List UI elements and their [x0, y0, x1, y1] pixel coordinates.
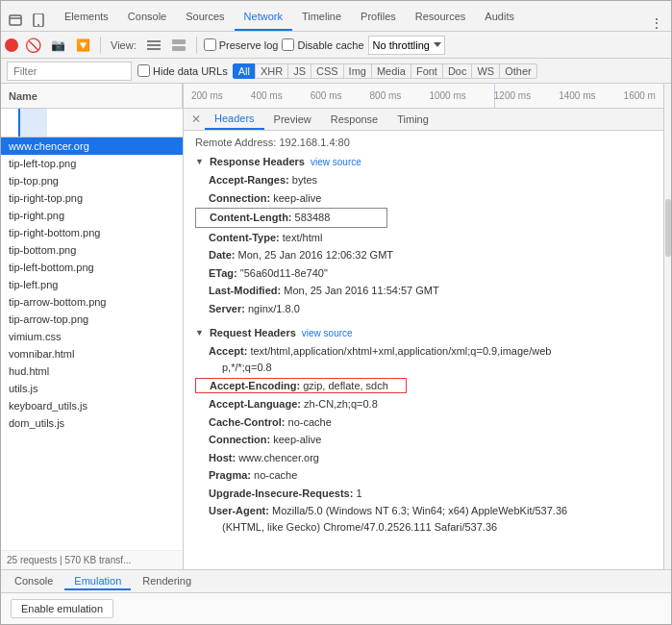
filter-button[interactable]: 🔽: [72, 35, 93, 56]
tick-400: 400 ms: [251, 90, 283, 101]
filter-font[interactable]: Font: [411, 63, 443, 79]
resp-header-server: Server: nginx/1.8.0: [195, 300, 652, 318]
preserve-log-checkbox[interactable]: [204, 38, 216, 51]
file-item-7[interactable]: tip-left-bottom.png: [1, 259, 183, 276]
file-list-footer: 25 requests | 570 KB transf...: [1, 550, 183, 569]
headers-tabs-bar: ✕ Headers Preview Response Timing: [184, 109, 663, 131]
bottom-tab-emulation[interactable]: Emulation: [64, 573, 131, 590]
tick-600: 600 ms: [311, 90, 342, 101]
clear-button[interactable]: 🚫: [22, 35, 43, 56]
close-panel-btn[interactable]: ✕: [187, 109, 205, 130]
tab-sources[interactable]: Sources: [176, 4, 234, 31]
emulation-panel: Enable emulation: [1, 592, 671, 624]
svg-rect-0: [10, 15, 21, 25]
file-item-3[interactable]: tip-right-top.png: [1, 189, 183, 207]
request-headers-section: ▼ Request Headers view source: [195, 327, 652, 338]
filter-input[interactable]: [7, 62, 132, 81]
hide-data-urls-checkbox[interactable]: [137, 64, 150, 77]
filter-js[interactable]: JS: [287, 63, 311, 79]
file-item-16[interactable]: dom_utils.js: [1, 414, 183, 432]
file-item-15[interactable]: keyboard_utils.js: [1, 397, 183, 414]
throttle-select[interactable]: No throttling: [368, 36, 445, 55]
resp-header-accept-ranges: Accept-Ranges: bytes: [195, 171, 652, 189]
file-list-scroll[interactable]: www.chencer.org tip-left-top.png tip-top…: [1, 138, 183, 550]
tab-console[interactable]: Console: [118, 4, 176, 31]
view-list-icon[interactable]: [143, 35, 164, 56]
preserve-log-checkbox-group[interactable]: Preserve log: [204, 38, 279, 51]
bottom-tab-rendering[interactable]: Rendering: [133, 573, 201, 590]
disable-cache-checkbox-group[interactable]: Disable cache: [282, 38, 363, 51]
bottom-tab-bar: Console Emulation Rendering: [1, 569, 671, 592]
request-headers-label: Request Headers: [210, 327, 296, 338]
filter-doc[interactable]: Doc: [442, 63, 473, 79]
headers-content[interactable]: Remote Address: 192.168.1.4:80 ▼ Respons…: [184, 131, 663, 569]
resp-header-connection: Connection: keep-alive: [195, 189, 652, 208]
filter-css[interactable]: CSS: [311, 63, 344, 79]
name-column-header: Name: [1, 84, 183, 108]
filter-xhr[interactable]: XHR: [255, 63, 288, 79]
filter-media[interactable]: Media: [371, 63, 411, 79]
tab-profiles[interactable]: Profiles: [351, 4, 406, 31]
resp-header-content-type: Content-Type: text/html: [195, 229, 652, 247]
remote-address: Remote Address: 192.168.1.4:80: [195, 137, 652, 148]
tab-audits[interactable]: Audits: [475, 4, 524, 31]
mobile-icon[interactable]: [28, 10, 49, 31]
file-item-6[interactable]: tip-bottom.png: [1, 241, 183, 259]
view-large-icon[interactable]: [168, 35, 189, 56]
request-triangle-icon: ▼: [195, 328, 204, 338]
tabs-more-btn[interactable]: ⋮: [646, 15, 667, 31]
tick-1600: 1600 m: [624, 90, 656, 101]
req-header-host: Host: www.chencer.org: [195, 449, 652, 467]
disable-cache-checkbox[interactable]: [282, 38, 294, 51]
file-item-13[interactable]: hud.html: [1, 362, 183, 380]
bottom-tab-console[interactable]: Console: [5, 573, 62, 590]
tab-timing[interactable]: Timing: [387, 109, 438, 130]
file-item-4[interactable]: tip-right.png: [1, 207, 183, 224]
response-triangle-icon: ▼: [195, 157, 204, 166]
file-item-0[interactable]: www.chencer.org: [1, 138, 183, 155]
right-scrollbar-area: [663, 84, 671, 569]
file-item-9[interactable]: tip-arrow-bottom.png: [1, 293, 183, 311]
camera-button[interactable]: 📷: [47, 35, 68, 56]
tick-1400: 1400 ms: [559, 90, 595, 101]
enable-emulation-button[interactable]: Enable emulation: [11, 599, 113, 618]
file-list-panel: Name www.chencer.org tip-left-top.png ti…: [1, 84, 184, 569]
response-headers-section: ▼ Response Headers view source: [195, 156, 652, 167]
request-view-source-link[interactable]: view source: [302, 328, 353, 338]
file-item-8[interactable]: tip-left.png: [1, 276, 183, 293]
tab-headers[interactable]: Headers: [205, 109, 264, 130]
tab-resources[interactable]: Resources: [406, 4, 476, 31]
resp-header-date: Date: Mon, 25 Jan 2016 12:06:32 GMT: [195, 246, 652, 264]
file-item-2[interactable]: tip-top.png: [1, 172, 183, 189]
hide-data-urls-group[interactable]: Hide data URLs: [137, 64, 228, 77]
file-item-14[interactable]: utils.js: [1, 380, 183, 397]
file-item-12[interactable]: vomnibar.html: [1, 345, 183, 362]
timeline-ticks-row: 200 ms 400 ms 600 ms 800 ms 1000 ms 1200…: [184, 84, 663, 109]
undock-icon[interactable]: [5, 10, 26, 31]
filter-other[interactable]: Other: [499, 63, 537, 79]
req-header-cache-control: Cache-Control: no-cache: [195, 413, 652, 432]
file-item-1[interactable]: tip-left-top.png: [1, 155, 183, 172]
tab-response[interactable]: Response: [321, 109, 388, 130]
scrollbar-thumb[interactable]: [665, 199, 671, 257]
filter-ws[interactable]: WS: [471, 63, 500, 79]
file-item-10[interactable]: tip-arrow-top.png: [1, 311, 183, 328]
tab-preview[interactable]: Preview: [264, 109, 321, 130]
tab-timeline[interactable]: Timeline: [292, 4, 351, 31]
tab-elements[interactable]: Elements: [55, 4, 118, 31]
timeline-bar: [1, 109, 183, 138]
tab-network[interactable]: Network: [235, 4, 292, 31]
svg-rect-8: [172, 46, 186, 51]
filter-all[interactable]: All: [233, 63, 256, 79]
response-view-source-link[interactable]: view source: [311, 157, 361, 167]
file-item-11[interactable]: vimium.css: [1, 328, 183, 345]
req-header-user-agent: User-Agent: Mozilla/5.0 (Windows NT 6.3;…: [195, 502, 652, 536]
filter-img[interactable]: Img: [343, 63, 372, 79]
tick-800: 800 ms: [370, 90, 402, 101]
svg-rect-7: [172, 39, 186, 44]
headers-panel: 200 ms 400 ms 600 ms 800 ms 1000 ms 1200…: [184, 84, 663, 569]
record-button[interactable]: [5, 38, 18, 52]
response-headers-label: Response Headers: [210, 156, 305, 167]
file-item-5[interactable]: tip-right-bottom.png: [1, 224, 183, 241]
req-header-pragma: Pragma: no-cache: [195, 466, 652, 485]
